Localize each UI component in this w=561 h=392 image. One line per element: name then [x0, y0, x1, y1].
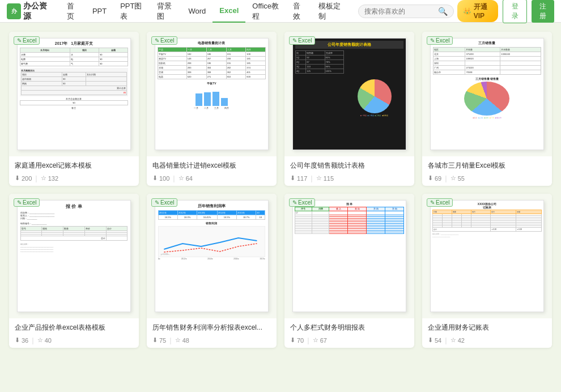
logo-icon: 办	[7, 3, 21, 19]
card-8-title: 企业通用财务记账表	[428, 323, 546, 333]
card-1-downloads: ⬇ 200	[15, 174, 32, 182]
search-box: 🔍	[358, 5, 454, 18]
download-icon-3: ⬇	[290, 174, 295, 182]
card-3-meta: ⬇ 117 | ☆ 115	[290, 174, 409, 182]
card-3-preview-inner: 公司年度销售额统计表格 期销售额完成率 1Q9285% 2Q8778% 3Q11…	[292, 38, 407, 150]
header-right: 👑 开通VIP 登录 注册	[457, 0, 554, 23]
card-3-downloads: ⬇ 117	[290, 174, 307, 182]
excel-tag-icon-2: ✎	[155, 37, 159, 44]
vip-button[interactable]: 👑 开通VIP	[457, 0, 499, 22]
excel-tag-icon-8: ✎	[430, 199, 435, 206]
card-6-stars: ☆ 48	[175, 336, 189, 344]
card-4-tag: ✎ Excel	[427, 36, 453, 45]
card-5: ✎ Excel 报 价 单 供应商：____________________ 联…	[9, 194, 139, 348]
excel-tag-icon: ✎	[17, 37, 22, 44]
search-input[interactable]	[364, 7, 438, 15]
star-icon-5: ☆	[37, 336, 43, 344]
card-1-meta: ⬇ 200 | ☆ 132	[15, 174, 133, 182]
excel-tag-icon-3: ✎	[292, 37, 297, 44]
nav-template-custom[interactable]: 模板定制	[312, 0, 349, 23]
card-6-preview[interactable]: ✎ Excel 历年销售利润率 2011年 2012年 2013年 2014年 …	[147, 194, 277, 318]
nav-word[interactable]: Word	[182, 0, 213, 23]
card-7-info: 个人多栏式财务明细报表 ⬇ 70 | ☆ 67	[284, 318, 414, 348]
download-icon: ⬇	[15, 174, 20, 182]
nav-ppt-chart[interactable]: PPT图表	[113, 0, 150, 23]
card-7: ✎ Excel 报 单 序号 消费 收 入 支 出 方 向	[284, 194, 414, 348]
nav-home[interactable]: 首页	[60, 0, 86, 23]
logo-text: 办公资源	[23, 1, 52, 22]
card-7-stars: ☆ 67	[313, 336, 327, 344]
card-2-meta: ⬇ 100 | ☆ 64	[152, 174, 271, 182]
card-4-downloads: ⬇ 69	[428, 174, 441, 182]
card-7-preview-inner: 报 单 序号 消费 收 入 支 出 方 向 方 向 17	[292, 200, 407, 312]
logo-icon-text: 办	[11, 7, 17, 15]
register-button[interactable]: 注册	[532, 0, 554, 23]
card-5-downloads: ⬇ 36	[15, 336, 28, 344]
card-7-tag: ✎ Excel	[289, 198, 315, 207]
card-4-preview-inner: 三月销售量 地区 月初量 月末数量 北京3752001306240 上海1896…	[430, 38, 545, 150]
nav-audio[interactable]: 音效	[286, 0, 312, 23]
nav-ppt[interactable]: PPT	[86, 0, 113, 23]
card-7-meta: ⬇ 70 | ☆ 67	[290, 336, 409, 344]
download-icon-2: ⬇	[152, 174, 158, 182]
search-button[interactable]: 🔍	[438, 7, 448, 16]
card-1-stars: ☆ 132	[41, 174, 58, 182]
star-icon-2: ☆	[178, 174, 184, 182]
card-8-stars: ☆ 42	[450, 336, 465, 344]
card-4-stars: ☆ 55	[450, 174, 465, 182]
card-8-preview-inner: XXXX股份公司记账表 日期 摘要 借方 贷方 余额	[430, 200, 545, 312]
nav-background[interactable]: 背景图	[150, 0, 181, 23]
card-4-meta: ⬇ 69 | ☆ 55	[428, 174, 546, 182]
card-6-title: 历年销售财务利润率分析报表excel...	[152, 323, 271, 333]
main-content: ✎ Excel 2017年 1月家庭开支 水月结出项目金额 水费水¥0 电费电¥…	[0, 23, 561, 357]
card-5-preview[interactable]: ✎ Excel 报 价 单 供应商：____________________ 联…	[9, 194, 139, 318]
card-1-preview-inner: 2017年 1月家庭开支 水月结出项目金额 水费水¥0 电费电¥0 燃气费气¥0…	[17, 38, 131, 150]
card-6-info: 历年销售财务利润率分析报表excel... ⬇ 75 | ☆ 48	[147, 318, 277, 348]
download-icon-6: ⬇	[152, 336, 158, 344]
card-2-info: 电器销量统计进销excel模板 ⬇ 100 | ☆ 64	[147, 156, 277, 186]
card-4-info: 各城市三月销量Excel模板 ⬇ 69 | ☆ 55	[422, 156, 552, 186]
card-3-preview[interactable]: ✎ Excel 公司年度销售额统计表格 期销售额完成率 1Q9285% 2Q87…	[284, 32, 414, 156]
card-2: ✎ Excel 电器销售量统计表 产品 一月 二月 三月 四月	[147, 32, 277, 186]
card-1-title: 家庭通用excel记账本模板	[15, 161, 133, 171]
download-icon-5: ⬇	[15, 336, 20, 344]
main-nav: 首页 PPT PPT图表 背景图 Word Excel Office教程 音效 …	[60, 0, 349, 23]
card-8-info: 企业通用财务记账表 ⬇ 54 | ☆ 42	[422, 318, 552, 348]
template-grid: ✎ Excel 2017年 1月家庭开支 水月结出项目金额 水费水¥0 电费电¥…	[9, 32, 552, 348]
card-6-preview-inner: 历年销售利润率 2011年 2012年 2013年 2014年 2015年 20	[155, 200, 269, 312]
card-6: ✎ Excel 历年销售利润率 2011年 2012年 2013年 2014年 …	[147, 194, 277, 348]
star-icon-7: ☆	[313, 336, 318, 344]
star-icon-6: ☆	[175, 336, 181, 344]
download-icon-4: ⬇	[428, 174, 433, 182]
star-icon-3: ☆	[316, 174, 322, 182]
header: 办 办公资源 首页 PPT PPT图表 背景图 Word Excel Offic…	[0, 0, 561, 23]
card-8-meta: ⬇ 54 | ☆ 42	[428, 336, 546, 344]
crown-icon: 👑	[463, 7, 471, 15]
card-5-preview-inner: 报 价 单 供应商：____________________ 联系人：_____…	[17, 200, 131, 312]
card-8-preview[interactable]: ✎ Excel XXXX股份公司记账表 日期 摘要 借方 贷方 余额	[422, 194, 552, 318]
card-1-tag: ✎ Excel	[14, 36, 40, 45]
card-8-downloads: ⬇ 54	[428, 336, 441, 344]
card-4-preview[interactable]: ✎ Excel 三月销售量 地区 月初量 月末数量 北京375200130624…	[422, 32, 552, 156]
card-6-downloads: ⬇ 75	[152, 336, 166, 344]
card-2-preview[interactable]: ✎ Excel 电器销售量统计表 产品 一月 二月 三月 四月	[147, 32, 277, 156]
card-5-title: 企业产品报价单excel表格模板	[15, 323, 133, 333]
card-6-tag: ✎ Excel	[151, 198, 177, 207]
logo[interactable]: 办 办公资源	[7, 1, 52, 22]
card-5-stars: ☆ 40	[37, 336, 52, 344]
nav-office-tutorial[interactable]: Office教程	[245, 0, 286, 23]
card-1-info: 家庭通用excel记账本模板 ⬇ 200 | ☆ 132	[9, 156, 139, 186]
card-7-preview[interactable]: ✎ Excel 报 单 序号 消费 收 入 支 出 方 向	[284, 194, 414, 318]
card-5-tag: ✎ Excel	[14, 198, 40, 207]
card-7-title: 个人多栏式财务明细报表	[290, 323, 409, 333]
excel-tag-icon-5: ✎	[17, 199, 22, 206]
card-1-preview[interactable]: ✎ Excel 2017年 1月家庭开支 水月结出项目金额 水费水¥0 电费电¥…	[9, 32, 139, 156]
meta-sep: |	[35, 174, 37, 182]
download-icon-8: ⬇	[428, 336, 433, 344]
login-button[interactable]: 登录	[503, 0, 526, 23]
nav-excel[interactable]: Excel	[212, 0, 245, 23]
card-7-downloads: ⬇ 70	[290, 336, 304, 344]
card-8: ✎ Excel XXXX股份公司记账表 日期 摘要 借方 贷方 余额	[422, 194, 552, 348]
excel-tag-icon-4: ✎	[430, 37, 435, 44]
star-icon: ☆	[41, 174, 46, 182]
